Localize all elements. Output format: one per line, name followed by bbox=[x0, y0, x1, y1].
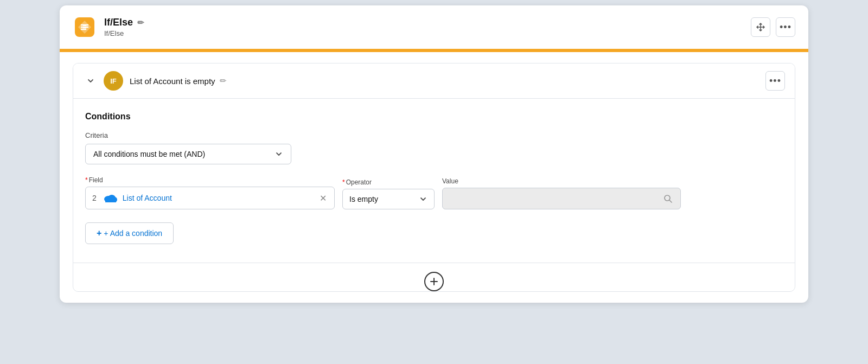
header-actions: ••• bbox=[751, 17, 795, 37]
header-edit-icon[interactable]: ✏ bbox=[137, 18, 144, 28]
salesforce-cloud-icon bbox=[103, 193, 118, 203]
header-title-text: If/Else bbox=[104, 17, 133, 28]
card-header: ≡ If/Else ✏ If/Else ••• bbox=[60, 5, 808, 50]
more-button[interactable]: ••• bbox=[776, 17, 795, 37]
svg-rect-9 bbox=[105, 200, 116, 202]
if-block-edit-icon[interactable]: ✏ bbox=[220, 76, 227, 86]
orange-accent-bar bbox=[60, 50, 808, 52]
criteria-select[interactable]: All conditions must be met (AND) bbox=[85, 144, 291, 164]
conditions-body: Conditions Criteria All conditions must … bbox=[73, 99, 795, 257]
svg-line-11 bbox=[669, 200, 672, 202]
if-block-header-actions: ••• bbox=[765, 71, 785, 91]
bottom-connector bbox=[73, 263, 795, 291]
header-title-main: If/Else ✏ bbox=[104, 17, 144, 28]
if-block-header: IF List of Account is empty ✏ ••• bbox=[73, 63, 795, 99]
criteria-chevron-icon bbox=[275, 150, 283, 158]
header-subtitle: If/Else bbox=[104, 29, 144, 37]
criteria-value-text: All conditions must be met (AND) bbox=[93, 150, 205, 158]
main-card: ≡ If/Else ✏ If/Else ••• bbox=[60, 5, 808, 303]
conditions-heading: Conditions bbox=[85, 112, 783, 122]
operator-chevron-icon bbox=[419, 195, 427, 203]
add-condition-button[interactable]: + + Add a condition bbox=[85, 222, 174, 244]
if-block-more-button[interactable]: ••• bbox=[765, 71, 785, 91]
field-row: *Field 2 List of Account bbox=[85, 176, 783, 209]
operator-label: *Operator bbox=[342, 178, 435, 186]
field-value-text: List of Account bbox=[123, 194, 314, 202]
chevron-down-icon bbox=[87, 77, 94, 85]
more-dots-icon: ••• bbox=[780, 22, 792, 33]
operator-required-star: * bbox=[342, 178, 345, 186]
plus-icon: + bbox=[97, 228, 101, 238]
operator-column: *Operator Is empty bbox=[342, 178, 435, 209]
collapse-button[interactable] bbox=[83, 73, 98, 88]
move-icon bbox=[756, 22, 765, 32]
if-else-icon: ≡ bbox=[73, 15, 97, 39]
field-input[interactable]: 2 List of Account ✕ bbox=[85, 187, 335, 209]
operator-select[interactable]: Is empty bbox=[342, 189, 435, 209]
operator-value-text: Is empty bbox=[349, 195, 378, 203]
if-block-title: List of Account is empty ✏ bbox=[130, 76, 227, 86]
value-input bbox=[442, 188, 681, 209]
header-titles: If/Else ✏ If/Else bbox=[104, 17, 144, 37]
if-block-more-icon: ••• bbox=[769, 75, 781, 87]
if-block-title-text: List of Account is empty bbox=[130, 76, 215, 86]
add-condition-label: + Add a condition bbox=[104, 229, 162, 238]
field-required-star: * bbox=[85, 176, 88, 184]
if-block: IF List of Account is empty ✏ ••• Condit… bbox=[73, 63, 795, 292]
value-column: Value bbox=[442, 177, 681, 209]
criteria-label: Criteria bbox=[85, 131, 783, 139]
if-badge: IF bbox=[104, 71, 123, 91]
value-label: Value bbox=[442, 177, 681, 185]
field-number: 2 bbox=[92, 194, 97, 202]
value-search-icon bbox=[663, 194, 673, 203]
field-label: *Field bbox=[85, 176, 335, 184]
field-clear-button[interactable]: ✕ bbox=[318, 193, 328, 203]
card-content: IF List of Account is empty ✏ ••• Condit… bbox=[60, 63, 808, 303]
add-step-icon bbox=[429, 277, 439, 286]
field-column: *Field 2 List of Account bbox=[85, 176, 335, 209]
move-button[interactable] bbox=[751, 17, 770, 37]
add-step-button[interactable] bbox=[424, 272, 444, 291]
